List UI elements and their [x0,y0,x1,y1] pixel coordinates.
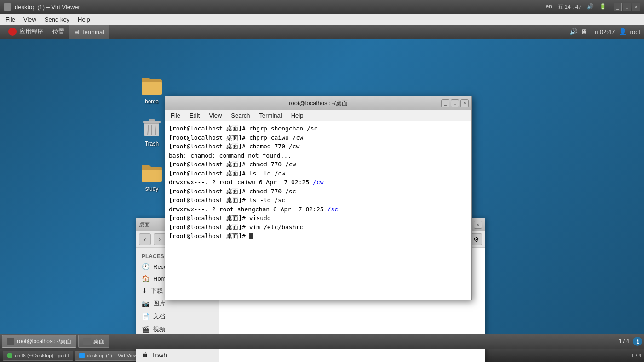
terminal-edit-menu[interactable]: Edit [186,111,203,120]
videos-icon: 🎬 [142,326,150,333]
panel-time: Fri 02:47 [591,28,615,35]
terminal-line-10: drwxrwx---. 2 root shengchan 6 Apr 7 02:… [169,205,468,214]
taskbar-desktop-label: 桌面 [93,338,104,345]
terminal-close-btn[interactable]: × [460,99,469,107]
terminal-title: root@localhost:~/桌面 [196,99,441,107]
sc-link[interactable]: /sc [327,206,338,213]
terminal-label: Terminal [81,28,104,35]
taskbar-terminal-icon [7,338,14,345]
terminal-file-menu[interactable]: File [167,111,184,120]
terminal-line-4: bash: chamod: command not found... [169,151,468,160]
virt-viewer-icon [4,3,11,11]
pictures-icon: 📷 [142,300,150,307]
terminal-window: root@localhost:~/桌面 _ □ × File Edit View… [165,96,472,300]
network-icon[interactable]: 🖥 [581,28,587,35]
language-indicator: en [546,3,552,11]
send-key-menu[interactable]: Send key [41,15,73,24]
terminal-line-11: [root@localhost 桌面]# visudo [169,214,468,223]
outer-task-gedit[interactable]: unit6 (~/Desktop) - gedit [3,351,73,361]
svg-rect-1 [142,82,162,95]
sys-info: en 五 14 : 47 🔊 🔋 [546,3,606,11]
clock-display: 五 14 : 47 [558,3,581,11]
minimize-button[interactable]: _ [614,3,622,11]
pictures-label: 图片 [153,300,165,308]
terminal-body[interactable]: [root@localhost 桌面]# chgrp shengchan /sc… [165,121,472,300]
volume-icon[interactable]: 🔊 [569,28,577,35]
terminal-line-5: [root@localhost 桌面]# chmod 770 /cw [169,160,468,169]
terminal-line-13: [root@localhost 桌面]# [169,232,468,241]
downloads-label: 下载 [151,287,163,295]
study-folder-icon [141,162,163,184]
documents-icon: 📄 [142,313,150,320]
downloads-icon: ⬇ [142,287,147,294]
study-label: study [145,186,159,192]
gedit-label: unit6 (~/Desktop) - gedit [15,353,69,358]
virt-viewer-window: desktop (1) – Virt Viewer en 五 14 : 47 🔊… [0,0,644,362]
help-menu[interactable]: Help [74,15,94,24]
terminal-cursor [249,233,253,239]
home-folder-icon [141,74,163,96]
maximize-button[interactable]: □ [623,3,631,11]
terminal-line-2: [root@localhost 桌面]# chgrp caiwu /cw [169,133,468,142]
terminal-view-menu[interactable]: View [205,111,225,120]
terminal-help-menu[interactable]: Help [288,111,307,120]
apps-label: 应用程序 [19,28,43,36]
taskbar-info-icon[interactable]: ℹ [633,337,642,346]
fedora-icon [8,28,17,36]
close-button[interactable]: × [632,3,640,11]
terminal-line-12: [root@localhost 桌面]# vim /etc/bashrc [169,223,468,232]
taskbar-item-terminal[interactable]: root@localhost:~/桌面 [2,335,76,348]
terminal-win-controls: _ □ × [441,99,469,107]
svg-rect-5 [149,119,155,121]
recent-icon: 🕐 [142,263,150,270]
fm-back-btn[interactable]: ‹ [139,233,151,245]
terminal-line-3: [root@localhost 桌面]# chamod 770 /cw [169,142,468,151]
terminal-line-7: drwxrwx---. 2 root caiwu 6 Apr 7 02:25 /… [169,178,468,187]
taskbar-terminal-label: root@localhost:~/桌面 [17,338,71,345]
apps-menu[interactable]: 应用程序 [4,25,48,39]
terminal-minimize-btn[interactable]: _ [441,99,449,107]
trash-si-icon: 🗑 [142,351,148,358]
terminal-line-6: [root@localhost 桌面]# ls -ld /cw [169,169,468,178]
home-si-icon: 🏠 [142,275,150,282]
terminal-menu[interactable]: 🖥 Terminal [69,25,109,39]
virtviewer-task-icon [79,353,85,358]
fm-forward-btn[interactable]: › [154,233,166,245]
outer-taskbar-right: 1 / 4 [632,353,641,358]
title-bar-left: desktop (1) – Virt Viewer [4,3,80,11]
trash-bin-icon [141,117,163,139]
videos-label: 视频 [153,325,165,334]
vm-taskbar: root@localhost:~/桌面 桌面 1 / 4 ℹ [0,334,644,349]
svg-rect-10 [142,170,162,182]
sidebar-item-documents[interactable]: 📄 文档 [136,310,218,323]
gnome-panel-right: 🔊 🖥 Fri 02:47 👤 root [569,28,640,35]
panel-user: root [630,28,640,35]
view-menu[interactable]: View [20,15,40,24]
user-icon[interactable]: 👤 [619,28,627,35]
taskbar-item-desktop[interactable]: 桌面 [78,335,109,348]
battery-icon: 🔋 [599,3,606,11]
trash-si-label: Trash [152,351,167,358]
virtviewer-label: desktop (1) – Virt Viewer [87,353,142,358]
vm-content: 应用程序 位置 🖥 Terminal 🔊 🖥 Fri 02:47 👤 ro [0,25,644,349]
places-label: 位置 [52,28,64,36]
terminal-terminal-menu[interactable]: Terminal [256,111,286,120]
file-menu[interactable]: File [2,15,19,24]
speaker-icon: 🔊 [587,3,594,11]
taskbar-desktop-icon [83,338,91,345]
terminal-search-menu[interactable]: Search [227,111,253,120]
sidebar-item-trash[interactable]: 🗑 Trash [136,349,218,361]
terminal-menu-bar: File Edit View Search Terminal Help [165,110,472,121]
places-menu[interactable]: 位置 [48,25,69,39]
taskbar-page-info: 1 / 4 [619,338,629,345]
gedit-icon [7,353,12,358]
window-controls: _ □ × [614,3,640,11]
vm-desktop: 应用程序 位置 🖥 Terminal 🔊 🖥 Fri 02:47 👤 ro [0,25,644,349]
terminal-maximize-btn[interactable]: □ [451,99,459,107]
fm-close-btn[interactable]: × [474,221,482,229]
cw-link[interactable]: /cw [313,179,323,186]
virt-menu-bar: File View Send key Help [0,14,644,25]
taskbar-right: 1 / 4 ℹ [619,337,642,346]
fm-title-text: 桌面 [139,221,150,229]
title-bar-right: en 五 14 : 47 🔊 🔋 _ □ × [546,3,640,11]
